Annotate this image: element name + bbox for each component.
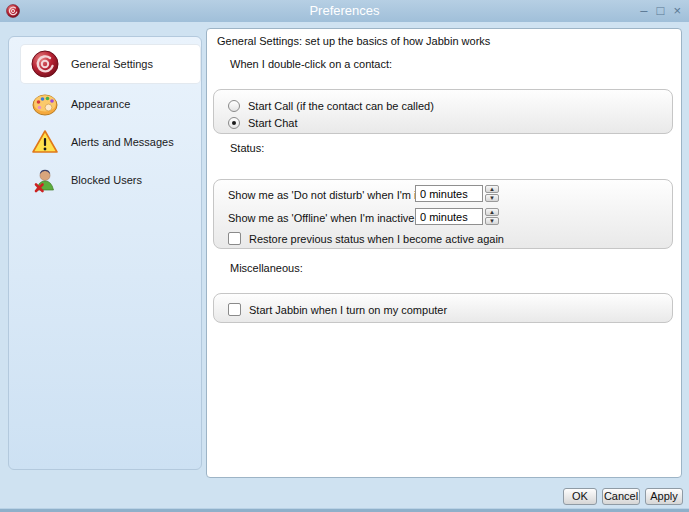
sidebar-item-blocked-users[interactable]: Blocked Users	[21, 163, 200, 197]
start-chat-radio[interactable]	[228, 117, 240, 129]
offline-inactive-label: Show me as 'Offline' when I'm inactive f…	[228, 212, 430, 224]
warning-icon	[31, 128, 59, 156]
sidebar-item-alerts-and-messages[interactable]: Alerts and Messages	[21, 125, 200, 159]
radio-row-start-call[interactable]: Start Call (if the contact can be called…	[228, 97, 662, 114]
ok-button[interactable]: OK	[563, 488, 597, 505]
preferences-window: { "window": { "title": "Preferences", "c…	[0, 0, 689, 512]
dnd-minutes-input[interactable]	[415, 185, 483, 202]
sidebar-item-label: Appearance	[71, 98, 130, 110]
start-chat-label: Start Chat	[248, 117, 298, 129]
offline-minutes-input[interactable]	[415, 208, 483, 225]
blocked-user-icon	[31, 166, 59, 194]
maximize-icon[interactable]: □	[657, 2, 665, 19]
autostart-label: Start Jabbin when I turn on my computer	[249, 304, 447, 316]
close-icon[interactable]: ×	[673, 2, 681, 19]
offline-minutes-spinner: ▲ ▼	[415, 208, 499, 225]
page-title: General Settings: set up the basics of h…	[217, 35, 490, 47]
spin-down-icon[interactable]: ▼	[485, 194, 499, 202]
cancel-button[interactable]: Cancel	[602, 488, 640, 505]
minimize-icon[interactable]: –	[640, 2, 647, 19]
status-groupbox: Show me as 'Do not disturb' when I'm ina…	[213, 179, 673, 249]
window-title: Preferences	[0, 3, 689, 18]
settings-panel: General Settings: set up the basics of h…	[206, 28, 682, 478]
sidebar-item-label: Alerts and Messages	[71, 136, 174, 148]
misc-section-label: Miscellaneous:	[230, 262, 303, 274]
start-call-radio[interactable]	[228, 100, 240, 112]
sidebar-item-general-settings[interactable]: General Settings	[21, 45, 200, 83]
double-click-section-label: When I double-click on a contact:	[230, 58, 392, 70]
status-section-label: Status:	[230, 142, 264, 154]
titlebar: Preferences – □ ×	[0, 0, 689, 22]
apply-button[interactable]: Apply	[645, 488, 683, 505]
autostart-row[interactable]: Start Jabbin when I turn on my computer	[228, 301, 662, 318]
spin-down-icon[interactable]: ▼	[485, 217, 499, 225]
misc-groupbox: Start Jabbin when I turn on my computer	[213, 293, 673, 323]
double-click-groupbox: Start Call (if the contact can be called…	[213, 89, 673, 134]
sidebar-item-label: Blocked Users	[71, 174, 142, 186]
spin-up-icon[interactable]: ▲	[485, 208, 499, 216]
restore-status-row[interactable]: Restore previous status when I become ac…	[228, 230, 662, 247]
jabbin-logo-icon	[31, 50, 59, 78]
sidebar-item-label: General Settings	[71, 58, 153, 70]
restore-status-label: Restore previous status when I become ac…	[249, 233, 504, 245]
start-call-label: Start Call (if the contact can be called…	[248, 100, 434, 112]
restore-status-checkbox[interactable]	[228, 232, 241, 245]
spin-up-icon[interactable]: ▲	[485, 185, 499, 193]
radio-row-start-chat[interactable]: Start Chat	[228, 114, 662, 131]
autostart-checkbox[interactable]	[228, 303, 241, 316]
sidebar-item-appearance[interactable]: Appearance	[21, 87, 200, 121]
dnd-minutes-spinner: ▲ ▼	[415, 185, 499, 202]
sidebar: General Settings Appearance Alerts and M…	[8, 36, 202, 470]
palette-icon	[31, 90, 59, 118]
